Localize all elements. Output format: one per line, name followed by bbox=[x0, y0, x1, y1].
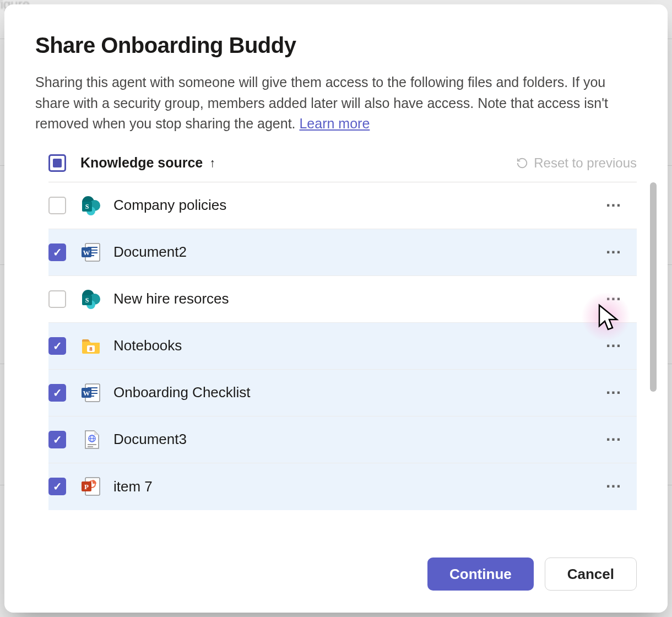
select-all-checkbox[interactable] bbox=[48, 154, 66, 172]
learn-more-link[interactable]: Learn more bbox=[299, 116, 370, 131]
dialog-description: Sharing this agent with someone will giv… bbox=[35, 72, 637, 134]
check-icon: ✓ bbox=[53, 480, 62, 493]
list-item[interactable]: S New hire resorces ··· bbox=[48, 276, 637, 323]
powerpoint-icon: P bbox=[79, 475, 102, 498]
list-item[interactable]: ✓ P item 7 ··· bbox=[48, 463, 637, 510]
row-checkbox[interactable]: ✓ bbox=[48, 337, 66, 355]
row-label: New hire resorces bbox=[113, 290, 229, 307]
more-options-button[interactable]: ··· bbox=[601, 334, 626, 358]
check-icon: ✓ bbox=[53, 246, 62, 259]
svg-rect-29 bbox=[88, 444, 96, 445]
scrollbar[interactable] bbox=[650, 182, 657, 392]
more-options-button[interactable]: ··· bbox=[601, 241, 626, 264]
dialog-footer: Continue Cancel bbox=[35, 542, 637, 591]
row-label: Document3 bbox=[113, 431, 187, 448]
row-label: Notebooks bbox=[113, 337, 182, 354]
more-options-button[interactable]: ··· bbox=[601, 381, 626, 404]
dialog-title: Share Onboarding Buddy bbox=[35, 33, 637, 58]
list-item[interactable]: S Company policies ··· bbox=[48, 182, 637, 229]
list-item[interactable]: ✓ 8 Notebooks ··· bbox=[48, 323, 637, 370]
undo-icon bbox=[516, 157, 528, 169]
word-icon: W bbox=[79, 381, 102, 404]
row-label: item 7 bbox=[113, 478, 153, 495]
list-item[interactable]: ✓ W Onboarding Checklist ··· bbox=[48, 370, 637, 416]
folder-icon: 8 bbox=[79, 334, 102, 358]
word-icon: W bbox=[79, 241, 102, 264]
check-icon: ✓ bbox=[53, 433, 62, 446]
svg-text:S: S bbox=[85, 296, 89, 304]
reset-to-previous-button[interactable]: Reset to previous bbox=[516, 155, 637, 171]
column-header-knowledge-source[interactable]: Knowledge source bbox=[80, 155, 203, 171]
scrollbar-thumb[interactable] bbox=[650, 182, 657, 392]
reset-label: Reset to previous bbox=[534, 155, 637, 171]
svg-text:8: 8 bbox=[89, 345, 93, 352]
sort-ascending-icon: ↑ bbox=[209, 156, 215, 170]
row-checkbox[interactable]: ✓ bbox=[48, 431, 66, 448]
knowledge-source-list: S Company policies ··· ✓ bbox=[48, 182, 637, 510]
table-header: Knowledge source ↑ Reset to previous bbox=[48, 154, 637, 182]
check-icon: ✓ bbox=[53, 386, 62, 399]
row-checkbox[interactable]: ✓ bbox=[48, 243, 66, 261]
row-checkbox[interactable] bbox=[48, 290, 66, 308]
more-options-button[interactable]: ··· bbox=[601, 194, 626, 217]
sharepoint-icon: S bbox=[79, 288, 102, 311]
checkbox-indeterminate-icon bbox=[53, 159, 62, 167]
web-file-icon bbox=[79, 428, 102, 451]
svg-text:S: S bbox=[85, 203, 89, 210]
list-item[interactable]: ✓ Document3 ··· bbox=[48, 416, 637, 463]
more-options-button[interactable]: ··· bbox=[601, 475, 626, 498]
share-dialog: Share Onboarding Buddy Sharing this agen… bbox=[4, 4, 668, 613]
more-options-button[interactable]: ··· bbox=[601, 428, 626, 451]
row-checkbox[interactable]: ✓ bbox=[48, 478, 66, 495]
row-label: Onboarding Checklist bbox=[113, 384, 251, 401]
sharepoint-icon: S bbox=[79, 194, 102, 217]
row-checkbox[interactable] bbox=[48, 197, 66, 214]
row-checkbox[interactable]: ✓ bbox=[48, 384, 66, 402]
svg-text:P: P bbox=[84, 483, 89, 491]
svg-text:W: W bbox=[83, 248, 90, 257]
svg-rect-30 bbox=[88, 446, 93, 447]
row-label: Document2 bbox=[113, 243, 187, 261]
list-item[interactable]: ✓ W Document2 ··· bbox=[48, 229, 637, 276]
cancel-button[interactable]: Cancel bbox=[545, 558, 637, 591]
check-icon: ✓ bbox=[53, 339, 62, 353]
continue-button[interactable]: Continue bbox=[427, 558, 534, 591]
svg-text:W: W bbox=[83, 389, 90, 397]
row-label: Company policies bbox=[113, 197, 226, 214]
more-options-button[interactable]: ··· bbox=[601, 288, 626, 311]
